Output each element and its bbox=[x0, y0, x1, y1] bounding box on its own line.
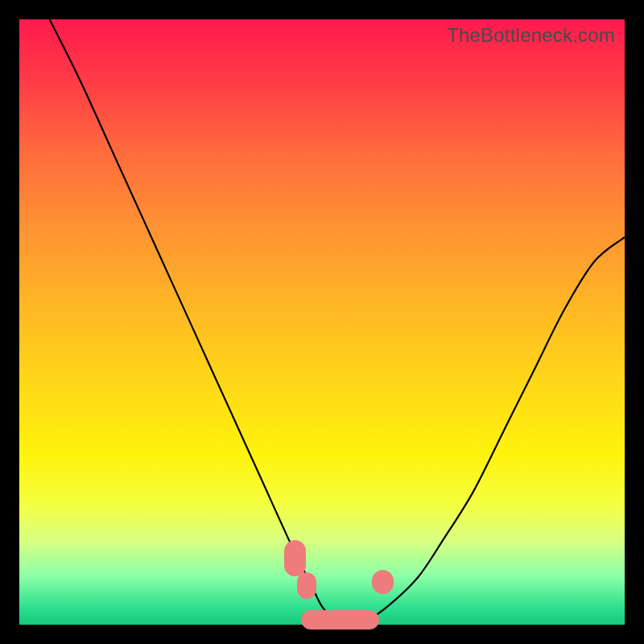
left-curve bbox=[50, 19, 353, 625]
marker-left-lower bbox=[297, 572, 316, 599]
curve-layer bbox=[19, 19, 625, 625]
marker-left-upper bbox=[284, 540, 306, 576]
chart-frame: TheBottleneck.com bbox=[0, 0, 644, 644]
marker-bottom-bar bbox=[301, 610, 380, 630]
plot-area: TheBottleneck.com bbox=[19, 19, 625, 625]
right-curve bbox=[353, 237, 625, 625]
marker-right bbox=[372, 570, 394, 594]
